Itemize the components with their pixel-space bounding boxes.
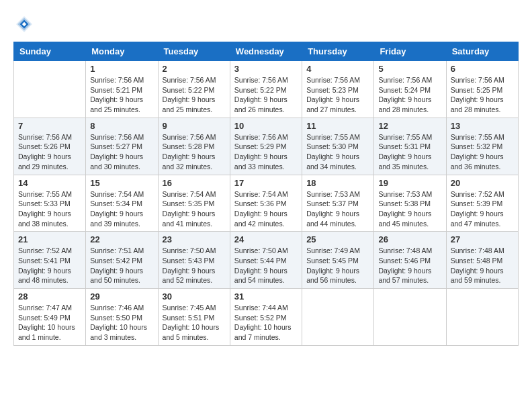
- day-number: 1: [90, 64, 153, 74]
- day-info: Sunrise: 7:56 AM Sunset: 5:26 PM Dayligh…: [18, 132, 81, 172]
- day-info: Sunrise: 7:54 AM Sunset: 5:36 PM Dayligh…: [234, 189, 298, 229]
- calendar-cell: [374, 289, 446, 346]
- calendar-cell: 7Sunrise: 7:56 AM Sunset: 5:26 PM Daylig…: [14, 118, 86, 175]
- calendar-cell: 20Sunrise: 7:52 AM Sunset: 5:39 PM Dayli…: [446, 175, 518, 232]
- day-info: Sunrise: 7:56 AM Sunset: 5:28 PM Dayligh…: [163, 132, 226, 172]
- day-number: 18: [306, 178, 369, 188]
- calendar-cell: 12Sunrise: 7:55 AM Sunset: 5:31 PM Dayli…: [374, 118, 446, 175]
- day-info: Sunrise: 7:54 AM Sunset: 5:35 PM Dayligh…: [163, 189, 226, 229]
- calendar-cell: 29Sunrise: 7:46 AM Sunset: 5:50 PM Dayli…: [86, 289, 158, 346]
- day-info: Sunrise: 7:52 AM Sunset: 5:39 PM Dayligh…: [451, 189, 514, 229]
- day-info: Sunrise: 7:45 AM Sunset: 5:51 PM Dayligh…: [163, 303, 226, 342]
- day-info: Sunrise: 7:52 AM Sunset: 5:41 PM Dayligh…: [18, 246, 81, 285]
- day-number: 21: [18, 234, 81, 244]
- day-number: 23: [163, 234, 226, 244]
- calendar-cell: 5Sunrise: 7:56 AM Sunset: 5:24 PM Daylig…: [374, 61, 446, 118]
- calendar-cell: 10Sunrise: 7:56 AM Sunset: 5:29 PM Dayli…: [230, 118, 302, 175]
- calendar-cell: [302, 289, 374, 346]
- day-info: Sunrise: 7:48 AM Sunset: 5:48 PM Dayligh…: [451, 246, 514, 285]
- day-number: 17: [234, 178, 298, 188]
- calendar-week-row: 28Sunrise: 7:47 AM Sunset: 5:49 PM Dayli…: [14, 289, 519, 346]
- calendar-week-row: 1Sunrise: 7:56 AM Sunset: 5:21 PM Daylig…: [14, 61, 519, 118]
- day-info: Sunrise: 7:56 AM Sunset: 5:27 PM Dayligh…: [90, 132, 153, 172]
- calendar-cell: 8Sunrise: 7:56 AM Sunset: 5:27 PM Daylig…: [86, 118, 158, 175]
- day-number: 7: [18, 121, 81, 131]
- day-info: Sunrise: 7:48 AM Sunset: 5:46 PM Dayligh…: [378, 246, 441, 285]
- day-number: 13: [451, 121, 514, 131]
- day-number: 25: [306, 234, 369, 244]
- calendar-cell: 19Sunrise: 7:53 AM Sunset: 5:38 PM Dayli…: [374, 175, 446, 232]
- calendar-cell: 9Sunrise: 7:56 AM Sunset: 5:28 PM Daylig…: [158, 118, 230, 175]
- day-number: 6: [451, 64, 514, 74]
- calendar-cell: 23Sunrise: 7:50 AM Sunset: 5:43 PM Dayli…: [158, 232, 230, 289]
- calendar-cell: 13Sunrise: 7:55 AM Sunset: 5:32 PM Dayli…: [446, 118, 518, 175]
- calendar-cell: 24Sunrise: 7:50 AM Sunset: 5:44 PM Dayli…: [230, 232, 302, 289]
- calendar-week-row: 21Sunrise: 7:52 AM Sunset: 5:41 PM Dayli…: [14, 232, 519, 289]
- calendar-cell: 28Sunrise: 7:47 AM Sunset: 5:49 PM Dayli…: [14, 289, 86, 346]
- day-info: Sunrise: 7:44 AM Sunset: 5:52 PM Dayligh…: [234, 303, 298, 342]
- day-info: Sunrise: 7:56 AM Sunset: 5:25 PM Dayligh…: [451, 75, 514, 115]
- day-info: Sunrise: 7:55 AM Sunset: 5:32 PM Dayligh…: [451, 132, 514, 172]
- day-info: Sunrise: 7:55 AM Sunset: 5:31 PM Dayligh…: [378, 132, 441, 172]
- calendar-cell: [446, 289, 518, 346]
- day-number: 8: [90, 121, 153, 131]
- day-info: Sunrise: 7:51 AM Sunset: 5:42 PM Dayligh…: [90, 246, 153, 285]
- calendar-header-row: SundayMondayTuesdayWednesdayThursdayFrid…: [14, 42, 519, 61]
- calendar-cell: 22Sunrise: 7:51 AM Sunset: 5:42 PM Dayli…: [86, 232, 158, 289]
- day-number: 27: [451, 234, 514, 244]
- day-of-week-header: Sunday: [14, 42, 86, 61]
- day-of-week-header: Friday: [374, 42, 446, 61]
- day-number: 12: [378, 121, 441, 131]
- day-number: 4: [306, 64, 369, 74]
- day-info: Sunrise: 7:56 AM Sunset: 5:29 PM Dayligh…: [234, 132, 298, 172]
- calendar-cell: 6Sunrise: 7:56 AM Sunset: 5:25 PM Daylig…: [446, 61, 518, 118]
- calendar-cell: 21Sunrise: 7:52 AM Sunset: 5:41 PM Dayli…: [14, 232, 86, 289]
- day-of-week-header: Tuesday: [158, 42, 230, 61]
- day-number: 2: [163, 64, 226, 74]
- calendar-cell: 17Sunrise: 7:54 AM Sunset: 5:36 PM Dayli…: [230, 175, 302, 232]
- calendar-week-row: 7Sunrise: 7:56 AM Sunset: 5:26 PM Daylig…: [14, 118, 519, 175]
- day-info: Sunrise: 7:53 AM Sunset: 5:37 PM Dayligh…: [306, 189, 369, 229]
- calendar-cell: [14, 61, 86, 118]
- calendar-cell: 11Sunrise: 7:55 AM Sunset: 5:30 PM Dayli…: [302, 118, 374, 175]
- day-number: 29: [90, 291, 153, 302]
- day-info: Sunrise: 7:56 AM Sunset: 5:23 PM Dayligh…: [306, 75, 369, 115]
- day-number: 15: [90, 178, 153, 188]
- logo: [13, 13, 38, 35]
- day-number: 3: [234, 64, 298, 74]
- calendar-week-row: 14Sunrise: 7:55 AM Sunset: 5:33 PM Dayli…: [14, 175, 519, 232]
- day-number: 22: [90, 234, 153, 244]
- day-info: Sunrise: 7:55 AM Sunset: 5:30 PM Dayligh…: [306, 132, 369, 172]
- calendar-table: SundayMondayTuesdayWednesdayThursdayFrid…: [13, 42, 519, 346]
- day-of-week-header: Saturday: [446, 42, 518, 61]
- day-info: Sunrise: 7:55 AM Sunset: 5:33 PM Dayligh…: [18, 189, 81, 229]
- calendar-cell: 27Sunrise: 7:48 AM Sunset: 5:48 PM Dayli…: [446, 232, 518, 289]
- calendar-cell: 2Sunrise: 7:56 AM Sunset: 5:22 PM Daylig…: [158, 61, 230, 118]
- day-info: Sunrise: 7:50 AM Sunset: 5:44 PM Dayligh…: [234, 246, 298, 285]
- page-header: [13, 13, 519, 35]
- day-number: 30: [163, 291, 226, 302]
- calendar-cell: 25Sunrise: 7:49 AM Sunset: 5:45 PM Dayli…: [302, 232, 374, 289]
- day-number: 5: [378, 64, 441, 74]
- calendar-cell: 1Sunrise: 7:56 AM Sunset: 5:21 PM Daylig…: [86, 61, 158, 118]
- day-info: Sunrise: 7:53 AM Sunset: 5:38 PM Dayligh…: [378, 189, 441, 229]
- day-number: 31: [234, 291, 298, 302]
- calendar-cell: 16Sunrise: 7:54 AM Sunset: 5:35 PM Dayli…: [158, 175, 230, 232]
- calendar-cell: 31Sunrise: 7:44 AM Sunset: 5:52 PM Dayli…: [230, 289, 302, 346]
- calendar-cell: 14Sunrise: 7:55 AM Sunset: 5:33 PM Dayli…: [14, 175, 86, 232]
- calendar-cell: 26Sunrise: 7:48 AM Sunset: 5:46 PM Dayli…: [374, 232, 446, 289]
- day-number: 28: [18, 291, 81, 302]
- day-info: Sunrise: 7:56 AM Sunset: 5:22 PM Dayligh…: [163, 75, 226, 115]
- logo-icon: [13, 13, 35, 35]
- calendar-cell: 3Sunrise: 7:56 AM Sunset: 5:22 PM Daylig…: [230, 61, 302, 118]
- day-number: 26: [378, 234, 441, 244]
- day-number: 14: [18, 178, 81, 188]
- day-number: 19: [378, 178, 441, 188]
- day-info: Sunrise: 7:49 AM Sunset: 5:45 PM Dayligh…: [306, 246, 369, 285]
- day-info: Sunrise: 7:56 AM Sunset: 5:24 PM Dayligh…: [378, 75, 441, 115]
- calendar-cell: 18Sunrise: 7:53 AM Sunset: 5:37 PM Dayli…: [302, 175, 374, 232]
- calendar-cell: 4Sunrise: 7:56 AM Sunset: 5:23 PM Daylig…: [302, 61, 374, 118]
- calendar-cell: 30Sunrise: 7:45 AM Sunset: 5:51 PM Dayli…: [158, 289, 230, 346]
- day-of-week-header: Monday: [86, 42, 158, 61]
- day-info: Sunrise: 7:54 AM Sunset: 5:34 PM Dayligh…: [90, 189, 153, 229]
